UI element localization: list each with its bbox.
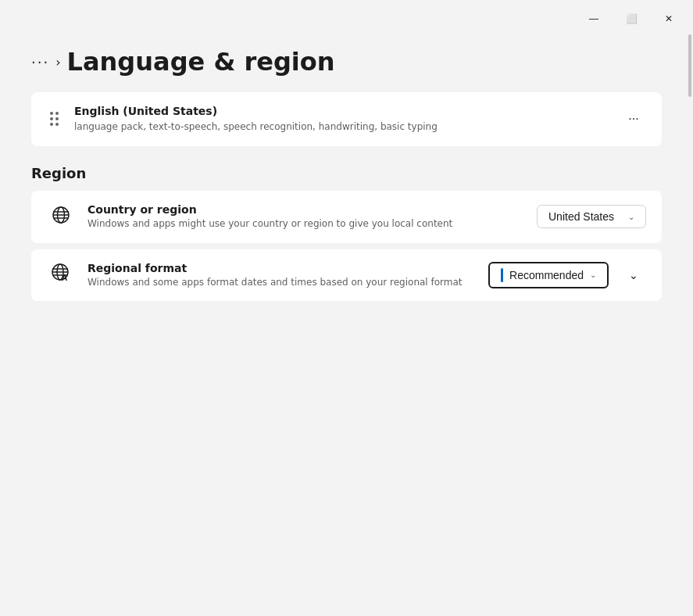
regional-format-card: A Regional format Windows and some apps … xyxy=(31,249,662,302)
drag-dot xyxy=(55,123,59,126)
drag-handle-row-bot xyxy=(50,123,59,126)
drag-dot xyxy=(50,117,53,120)
globe-icon xyxy=(47,206,75,228)
content-area: ··· › Language & region xyxy=(0,31,693,616)
country-region-label: Country or region xyxy=(88,203,524,216)
country-region-desc: Windows and apps might use your country … xyxy=(88,217,524,231)
drag-dot xyxy=(55,117,59,120)
drag-dot xyxy=(50,123,53,126)
expand-chevron-icon: ⌄ xyxy=(629,269,638,281)
window-controls: — ⬜ ✕ xyxy=(576,7,687,30)
drag-handle-row-top xyxy=(50,112,59,115)
minimize-button[interactable]: — xyxy=(576,7,612,30)
breadcrumb-chevron-icon: › xyxy=(55,55,60,70)
regional-format-icon: A xyxy=(47,262,75,288)
country-region-card: Country or region Windows and apps might… xyxy=(31,191,662,243)
country-region-info: Country or region Windows and apps might… xyxy=(88,203,524,231)
language-info: English (United States) language pack, t… xyxy=(74,105,609,134)
drag-handle[interactable] xyxy=(47,109,62,129)
breadcrumb: ··· › Language & region xyxy=(31,47,662,77)
language-features: language pack, text-to-speech, speech re… xyxy=(74,120,609,134)
title-bar: — ⬜ ✕ xyxy=(0,0,693,31)
drag-dot xyxy=(55,112,59,115)
regional-format-value: Recommended xyxy=(509,269,584,281)
region-section-title: Region xyxy=(31,165,662,181)
country-region-value: United States xyxy=(548,210,614,223)
drag-handle-row-mid xyxy=(50,117,59,120)
country-region-row: Country or region Windows and apps might… xyxy=(31,191,662,243)
breadcrumb-back-dots[interactable]: ··· xyxy=(31,54,49,70)
country-region-chevron-icon: ⌄ xyxy=(628,213,634,221)
regional-format-chevron-icon: ⌄ xyxy=(590,270,596,279)
regional-format-label: Regional format xyxy=(88,262,476,274)
page-title: Language & region xyxy=(67,47,335,77)
regional-format-row: A Regional format Windows and some apps … xyxy=(31,249,662,302)
scrollbar-thumb[interactable] xyxy=(688,34,691,97)
scrollbar-track[interactable] xyxy=(687,31,693,616)
svg-text:A: A xyxy=(62,274,67,282)
regional-format-expand-button[interactable]: ⌄ xyxy=(621,263,646,288)
language-more-button[interactable]: ··· xyxy=(621,106,646,131)
window: — ⬜ ✕ ··· › Language & region xyxy=(0,0,693,616)
language-name: English (United States) xyxy=(74,105,609,117)
close-button[interactable]: ✕ xyxy=(651,7,687,30)
drag-dot xyxy=(50,112,53,115)
country-region-dropdown[interactable]: United States ⌄ xyxy=(537,205,646,228)
regional-format-desc: Windows and some apps format dates and t… xyxy=(88,276,476,289)
maximize-button[interactable]: ⬜ xyxy=(613,7,649,30)
regional-format-dropdown[interactable]: Recommended ⌄ xyxy=(488,262,609,288)
blue-accent-bar xyxy=(501,268,503,282)
regional-format-info: Regional format Windows and some apps fo… xyxy=(88,262,476,289)
language-card: English (United States) language pack, t… xyxy=(31,92,662,146)
